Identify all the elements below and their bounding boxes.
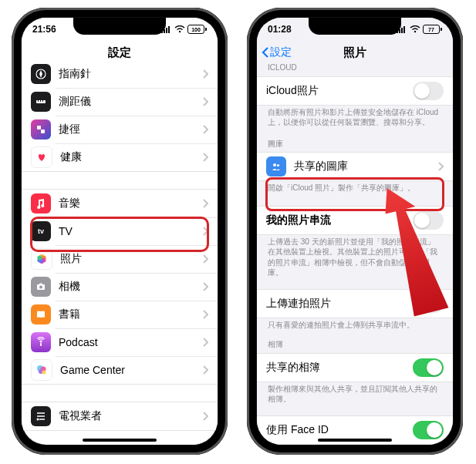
svg-point-19: [39, 286, 42, 289]
chevron-right-icon: [202, 338, 208, 347]
row-label: 書籍: [59, 308, 202, 321]
settings-row-music[interactable]: 音樂: [22, 190, 218, 217]
chevron-right-icon: [202, 125, 208, 134]
row-label: 健康: [60, 150, 202, 164]
shared-albums-toggle[interactable]: [413, 358, 444, 377]
phone-right-screen: 01:28 77 設定 照片 ICLOUD iCloud照片: [257, 18, 453, 445]
svg-rect-31: [401, 28, 403, 33]
phone-left-frame: 21:56 100 設定 指南針 測距儀: [12, 8, 228, 455]
status-time: 21:56: [32, 24, 56, 35]
svg-rect-2: [166, 28, 167, 33]
shared-library-row[interactable]: 共享的圖庫: [257, 153, 453, 180]
home-indicator[interactable]: [83, 439, 157, 442]
my-photo-stream-row[interactable]: 我的照片串流: [257, 207, 453, 234]
row-label: 使用 Face ID: [266, 423, 413, 437]
svg-point-17: [37, 256, 42, 261]
settings-row-gamecenter[interactable]: Game Center: [22, 356, 218, 384]
section-footer: 開啟「iCloud 照片」製作「共享的圖庫」。: [257, 181, 453, 197]
section-header: 相簿: [257, 338, 453, 353]
icloud-photos-toggle[interactable]: [413, 82, 444, 100]
people-icon: [266, 156, 286, 177]
nav-bar: 設定 照片: [257, 39, 453, 66]
settings-row-tv[interactable]: tv TV: [22, 217, 218, 245]
settings-row-books[interactable]: 書籍: [22, 301, 218, 328]
section-header: ICLOUD: [257, 64, 453, 76]
svg-point-4: [179, 31, 181, 32]
settings-row-health[interactable]: 健康: [22, 143, 218, 171]
row-label: Game Center: [60, 364, 202, 376]
upload-burst-row[interactable]: 上傳連拍照片: [257, 290, 453, 318]
settings-row-tvprovider[interactable]: 電視業者: [22, 402, 218, 430]
chevron-right-icon: [202, 199, 208, 208]
settings-row-camera[interactable]: 相機: [22, 273, 218, 301]
heart-icon: [31, 146, 52, 168]
back-button[interactable]: 設定: [262, 39, 292, 66]
svg-point-27: [37, 419, 39, 421]
svg-rect-22: [40, 343, 42, 346]
ruler-icon: [31, 92, 51, 112]
svg-rect-3: [168, 26, 170, 33]
wifi-icon: [410, 25, 420, 33]
notch: [73, 18, 166, 35]
settings-row-photos[interactable]: 照片: [22, 245, 218, 273]
section-header: 圖庫: [257, 137, 453, 153]
nav-title: 照片: [343, 45, 366, 60]
camera-icon: [31, 277, 51, 297]
row-label: 照片: [60, 252, 202, 266]
settings-list[interactable]: 指南針 測距儀 捷徑 健康: [22, 64, 218, 445]
svg-point-21: [40, 341, 42, 343]
phone-left-screen: 21:56 100 設定 指南針 測距儀: [22, 18, 218, 445]
section-footer: 製作相簿來與其他人共享，並且訂閱其他人共享的相簿。: [257, 382, 453, 408]
section-footer: 上傳過去 30 天的新照片並使用「我的照片串流」在其他裝置上檢視。其他裝置上的照…: [257, 235, 453, 281]
battery-icon: 100: [187, 25, 207, 34]
book-icon: [31, 304, 51, 324]
row-label: TV: [59, 225, 202, 237]
nav-bar: 設定: [22, 39, 218, 66]
row-label: 我的照片串流: [266, 214, 413, 227]
upload-burst-toggle[interactable]: [413, 294, 444, 313]
status-time: 01:28: [268, 24, 292, 35]
settings-row-measure[interactable]: 測距儀: [22, 88, 218, 116]
chevron-right-icon: [202, 227, 208, 236]
svg-point-34: [273, 163, 276, 166]
tvprovider-icon: [31, 406, 51, 426]
photos-settings[interactable]: ICLOUD iCloud照片 自動將所有照片和影片上傳並安全地儲存在 iClo…: [257, 64, 453, 445]
chevron-right-icon: [202, 282, 208, 291]
row-label: 捷徑: [59, 123, 202, 136]
svg-rect-20: [39, 284, 42, 285]
settings-row-shortcuts[interactable]: 捷徑: [22, 116, 218, 143]
svg-rect-11: [41, 129, 45, 133]
chevron-right-icon: [437, 162, 444, 171]
svg-rect-32: [403, 26, 405, 33]
svg-point-26: [42, 371, 46, 375]
faceid-toggle[interactable]: [413, 421, 444, 439]
shared-albums-row[interactable]: 共享的相簿: [257, 354, 453, 382]
podcast-icon: [31, 332, 51, 352]
row-label: 上傳連拍照片: [266, 297, 413, 311]
chevron-right-icon: [202, 97, 208, 106]
settings-row-podcast[interactable]: Podcast: [22, 328, 218, 356]
row-label: 音樂: [59, 197, 202, 210]
svg-point-33: [414, 31, 416, 32]
row-label: 共享的圖庫: [294, 160, 437, 173]
section-footer: 只有喜愛的連拍照片會上傳到共享串流中。: [257, 318, 453, 334]
svg-rect-8: [40, 100, 41, 102]
chevron-right-icon: [202, 153, 208, 162]
my-photo-stream-toggle[interactable]: [413, 211, 444, 230]
compass-icon: [31, 64, 51, 84]
row-label: 電視業者: [59, 409, 202, 423]
svg-rect-7: [38, 100, 39, 102]
svg-rect-10: [37, 126, 41, 129]
phone-right-frame: 01:28 77 設定 照片 ICLOUD iCloud照片: [247, 8, 463, 455]
nav-title: 設定: [108, 45, 131, 60]
settings-row-compass[interactable]: 指南針: [22, 64, 218, 88]
chevron-left-icon: [262, 46, 269, 59]
status-icons: 77: [397, 25, 442, 34]
home-indicator[interactable]: [318, 439, 392, 442]
icloud-photos-row[interactable]: iCloud照片: [257, 77, 453, 105]
shortcuts-icon: [31, 119, 51, 140]
chevron-right-icon: [202, 69, 208, 79]
back-label: 設定: [270, 45, 292, 59]
section-footer: 必須使用 Face ID 才能檢視「已隱藏」和「最近刪除」相簿。: [257, 445, 453, 446]
notch: [309, 18, 401, 35]
